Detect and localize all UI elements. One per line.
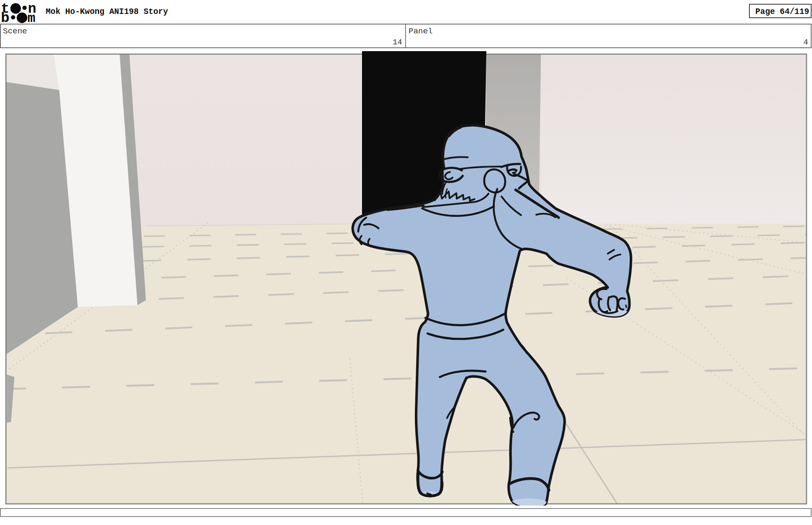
svg-text:Mok Ho-Kwong ANI198 Story: Mok Ho-Kwong ANI198 Story	[46, 7, 168, 16]
svg-text:Scene: Scene	[3, 27, 27, 36]
svg-text:Page 64/119: Page 64/119	[755, 7, 809, 16]
svg-text:m: m	[27, 11, 36, 26]
svg-text:4: 4	[804, 38, 808, 47]
svg-text:Panel: Panel	[409, 27, 433, 36]
svg-text:14: 14	[392, 38, 402, 47]
